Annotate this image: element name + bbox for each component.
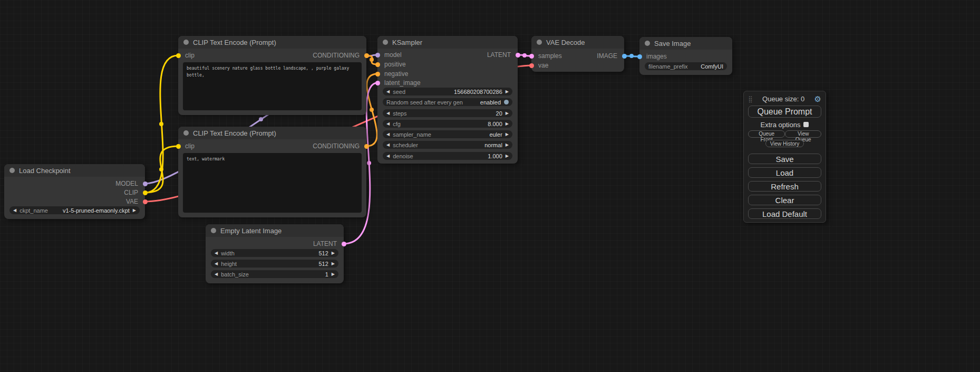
denoise-widget[interactable]: ◀ denoise 1.000 ▶ [383,152,512,160]
queue-panel-header: ⣿ Queue size: 0 ⚙ [748,94,821,103]
drag-handle-icon[interactable]: ⣿ [748,96,753,102]
node-graph-canvas[interactable]: Load Checkpoint MODEL CLIP VAE ◀ ckpt_na… [0,0,980,372]
toggle-dot-icon[interactable] [504,100,509,104]
sampler-name-widget[interactable]: ◀ sampler_name euler ▶ [383,130,512,138]
node-header[interactable]: Save Image [639,37,732,50]
node-header[interactable]: CLIP Text Encode (Prompt) [178,127,366,139]
widget-label: scheduler [393,142,418,148]
prompt-textarea[interactable]: beautiful scenery nature glass bottle la… [183,62,362,110]
increment-arrow-icon[interactable]: ▶ [332,272,335,276]
increment-arrow-icon[interactable]: ▶ [506,143,509,147]
seed-widget[interactable]: ◀ seed 156680208700286 ▶ [383,88,512,96]
output-port-latent: LATENT [313,240,344,248]
widget-value: 156680208700286 [454,89,502,95]
decrement-arrow-icon[interactable]: ◀ [215,251,218,255]
output-port-image: IMAGE [597,52,624,60]
port-label: LATENT [487,51,511,59]
node-clip-text-encode-negative[interactable]: CLIP Text Encode (Prompt) clip CONDITION… [178,127,366,217]
port-dot[interactable] [529,63,534,68]
view-queue-button[interactable]: View Queue [785,130,821,138]
menu-buttons-stack: Save Load Refresh Clear Load Default [748,154,821,219]
save-button[interactable]: Save [748,154,821,164]
port-dot[interactable] [364,53,369,58]
decrement-arrow-icon[interactable]: ◀ [386,132,390,137]
collapse-dot-icon[interactable] [537,40,542,45]
port-dot[interactable] [176,144,181,149]
load-button[interactable]: Load [748,167,821,178]
scheduler-widget[interactable]: ◀ scheduler normal ▶ [383,141,512,149]
port-dot[interactable] [143,199,148,204]
node-clip-text-encode-positive[interactable]: CLIP Text Encode (Prompt) clip CONDITION… [178,36,366,115]
collapse-dot-icon[interactable] [211,228,216,233]
collapse-dot-icon[interactable] [9,168,15,173]
port-dot[interactable] [622,54,627,59]
decrement-arrow-icon[interactable]: ◀ [215,262,218,266]
node-empty-latent-image[interactable]: Empty Latent Image LATENT ◀ width 512 ▶ … [206,224,344,283]
queue-prompt-button[interactable]: Queue Prompt [748,106,821,118]
steps-widget[interactable]: ◀ steps 20 ▶ [383,109,512,117]
ckpt-name-widget[interactable]: ◀ ckpt_name v1-5-pruned-emaonly.ckpt ▶ [9,206,140,214]
extra-options-checkbox[interactable] [803,122,809,127]
port-dot[interactable] [176,53,181,58]
decrement-arrow-icon[interactable]: ◀ [386,90,390,94]
queue-panel[interactable]: ⣿ Queue size: 0 ⚙ Queue Prompt Extra opt… [743,91,826,223]
decrement-arrow-icon[interactable]: ◀ [386,111,390,116]
increment-arrow-icon[interactable]: ▶ [506,90,509,94]
port-dot[interactable] [375,81,380,85]
decrement-arrow-icon[interactable]: ◀ [386,122,390,126]
decrement-arrow-icon[interactable]: ◀ [386,154,390,158]
decrement-arrow-icon[interactable]: ◀ [386,143,390,147]
port-dot[interactable] [364,144,369,149]
output-port-model: MODEL [115,179,145,188]
increment-arrow-icon[interactable]: ▶ [332,262,335,266]
collapse-dot-icon[interactable] [383,40,388,45]
port-dot[interactable] [637,54,642,59]
port-dot[interactable] [529,54,534,59]
widget-value: normal [484,142,502,148]
height-widget[interactable]: ◀ height 512 ▶ [211,260,338,268]
node-header[interactable]: VAE Decode [531,36,624,49]
node-vae-decode[interactable]: VAE Decode samples vae IMAGE [531,36,624,72]
increment-arrow-icon[interactable]: ▶ [506,111,509,116]
port-dot[interactable] [342,242,346,246]
increment-arrow-icon[interactable]: ▶ [506,132,509,137]
port-label: MODEL [115,180,138,187]
port-dot[interactable] [143,190,148,195]
node-load-checkpoint[interactable]: Load Checkpoint MODEL CLIP VAE ◀ ckpt_na… [4,164,145,219]
port-dot[interactable] [375,62,380,67]
node-header[interactable]: Load Checkpoint [4,164,145,177]
widget-label: denoise [393,153,413,159]
clear-button[interactable]: Clear [748,195,821,205]
prompt-textarea[interactable]: text, watermark [183,153,362,213]
node-header[interactable]: Empty Latent Image [206,224,344,237]
node-save-image[interactable]: Save Image images filename_prefix ComfyU… [639,37,732,75]
collapse-dot-icon[interactable] [183,130,189,136]
link-dot-image [629,54,634,58]
node-header[interactable]: CLIP Text Encode (Prompt) [178,36,366,49]
increment-arrow-icon[interactable]: ▶ [506,154,509,158]
settings-gear-icon[interactable]: ⚙ [814,95,821,103]
increment-arrow-icon[interactable]: ▶ [506,122,509,126]
filename-prefix-widget[interactable]: filename_prefix ComfyUI [645,62,727,70]
decrement-arrow-icon[interactable]: ◀ [215,272,218,276]
node-header[interactable]: KSampler [377,36,518,49]
port-dot[interactable] [375,72,380,77]
view-history-button[interactable]: View History [765,140,804,147]
refresh-button[interactable]: Refresh [748,181,821,192]
node-ksampler[interactable]: KSampler model positive negative latent_… [377,36,518,164]
load-default-button[interactable]: Load Default [748,208,821,219]
decrement-arrow-icon[interactable]: ◀ [13,208,16,213]
collapse-dot-icon[interactable] [645,41,650,46]
batch-size-widget[interactable]: ◀ batch_size 1 ▶ [211,270,338,278]
increment-arrow-icon[interactable]: ▶ [332,251,335,255]
collapse-dot-icon[interactable] [183,40,189,45]
cfg-widget[interactable]: ◀ cfg 8.000 ▶ [383,120,512,128]
widget-label: height [221,261,237,267]
port-dot[interactable] [516,53,520,58]
random-seed-toggle-widget[interactable]: Random seed after every gen enabled [383,98,512,106]
width-widget[interactable]: ◀ width 512 ▶ [211,249,338,257]
port-dot[interactable] [375,53,380,58]
increment-arrow-icon[interactable]: ▶ [133,208,136,213]
port-dot[interactable] [143,182,148,186]
queue-front-button[interactable]: Queue Front [748,130,785,138]
